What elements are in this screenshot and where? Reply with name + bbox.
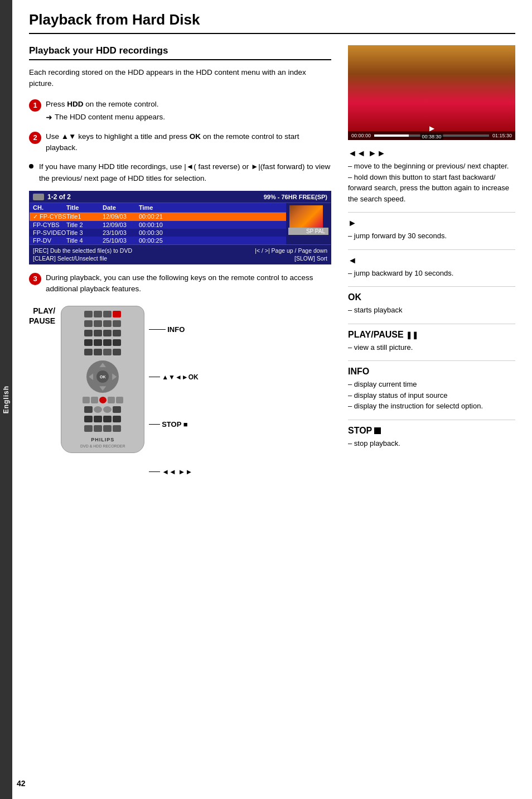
video-preview: 00:00:00 01:15:30 ▶ 00:38:30 — [348, 45, 515, 140]
key-info-desc: – display current time – display status … — [348, 379, 515, 412]
step-2: 2 Use ▲▼ keys to highlight a title and p… — [29, 131, 331, 154]
video-controls-bar: 00:00:00 01:15:30 ▶ 00:38:30 — [348, 131, 515, 140]
bullet-dot — [29, 164, 33, 169]
key-stop-title: STOP — [348, 426, 515, 436]
stop-label: STOP ■ — [149, 420, 199, 429]
sp-pal-label: SP PAL — [288, 228, 328, 235]
key-forward30-title: ► — [348, 218, 515, 228]
hdd-col-headers: CH. Title Date Time — [30, 203, 286, 213]
step-1: 1 Press HDD on the remote control. ➜ The… — [29, 99, 331, 123]
hdd-free: 99% - 76HR FREE(SP) — [264, 194, 327, 200]
arrow-icon: ➜ — [46, 112, 52, 123]
key-backward10-desc: – jump backward by 10 seconds. — [348, 268, 515, 279]
key-ok-desc: – starts playback — [348, 305, 515, 316]
video-thumbnail — [289, 205, 323, 228]
remote-labels-right: INFO ▲▼◄►OK STOP ■ ◄◄ ►► — [149, 306, 199, 495]
step3-text: During playback, you can use the followi… — [46, 272, 331, 295]
rewind-fwd-label: ◄◄ ►► — [149, 468, 199, 476]
step-number-2: 2 — [29, 132, 41, 144]
key-ok: OK – starts playback — [348, 292, 515, 316]
remote-section: PLAY/PAUSE — [29, 306, 331, 495]
hdd-table-header: 1-2 of 2 99% - 76HR FREE(SP) — [30, 191, 331, 203]
page-title: Playback from Hard Disk — [29, 11, 515, 34]
key-info-title: INFO — [348, 367, 515, 377]
play-pause-label: PLAY/PAUSE — [29, 306, 55, 326]
bullet-text: If you have many HDD title recordings, u… — [39, 161, 331, 184]
key-rewind-fwd-title: ◄◄ ►► — [348, 148, 515, 158]
time-right: 01:15:30 — [492, 133, 512, 138]
remote-image: OK — [61, 306, 144, 453]
time-left: 00:00:00 — [351, 133, 371, 138]
sidebar-label: English — [2, 386, 10, 413]
key-stop-desc: – stop playback. — [348, 438, 515, 449]
key-forward30: ► – jump forward by 30 seconds. — [348, 218, 515, 242]
col-header-date: Date — [103, 204, 139, 211]
key-backward10-title: ◄ — [348, 256, 515, 266]
step-number-3: 3 — [29, 273, 41, 285]
left-column: Playback your HDD recordings Each record… — [29, 45, 331, 495]
footer-slow: [SLOW] Sort — [294, 255, 327, 262]
col-header-ch: CH. — [33, 204, 66, 211]
key-forward30-desc: – jump forward by 30 seconds. — [348, 230, 515, 242]
key-play-pause-title: PLAY/PAUSE ❚❚ — [348, 330, 515, 340]
intro-text: Each recording stored on the HDD appears… — [29, 67, 331, 90]
page-number: 42 — [17, 779, 26, 788]
right-column: 00:00:00 01:15:30 ▶ 00:38:30 ◄◄ ►► — [348, 45, 515, 495]
table-row[interactable]: FP-SVIDEO Title 3 23/10/03 00:00:30 — [30, 229, 286, 237]
key-rewind-fwd-desc: – move to the beginning or previous/ nex… — [348, 161, 515, 204]
key-stop: STOP – stop playback. — [348, 426, 515, 449]
time-center: 00:38:30 — [420, 133, 443, 140]
table-row[interactable]: FP-DV Title 4 25/10/03 00:00:25 — [30, 237, 286, 244]
sidebar: English — [0, 0, 12, 799]
nav-label: ▲▼◄►OK — [149, 373, 199, 381]
bullet-item: If you have many HDD title recordings, u… — [29, 161, 331, 184]
step2-text: Use ▲▼ keys to highlight a title and pre… — [46, 132, 299, 152]
section-title: Playback your HDD recordings — [29, 45, 331, 60]
key-backward10: ◄ – jump backward by 10 seconds. — [348, 256, 515, 279]
key-play-pause-desc: – view a still picture. — [348, 342, 515, 353]
hdd-table: 1-2 of 2 99% - 76HR FREE(SP) CH. Title D… — [29, 191, 331, 264]
col-header-time: Time — [139, 204, 175, 211]
key-info: INFO – display current time – display st… — [348, 367, 515, 412]
brand-label: PHILIPS — [91, 437, 114, 442]
progress-fill — [374, 134, 409, 137]
step1-text: Press HDD on the remote control. — [46, 100, 159, 108]
footer-clear: [CLEAR] Select/Unselect file — [33, 255, 107, 262]
hdd-footer: [REC] Dub the selectted file(s) to DVD |… — [30, 244, 331, 264]
hdd-pages: 1-2 of 2 — [47, 193, 264, 201]
info-label: INFO — [149, 325, 199, 334]
footer-pageupdown: |< / >| Page up / Page down — [255, 247, 327, 254]
step-3: 3 During playback, you can use the follo… — [29, 272, 331, 295]
key-play-pause: PLAY/PAUSE ❚❚ – view a still picture. — [348, 330, 515, 353]
hdd-icon — [33, 194, 44, 200]
footer-dub: [REC] Dub the selectted file(s) to DVD — [33, 247, 132, 254]
step1-arrow-text: The HDD content menu appears. — [55, 112, 165, 123]
step-number-1: 1 — [29, 99, 41, 112]
table-row[interactable]: FP-CYBS Title 2 12/09/03 00:00:10 — [30, 221, 286, 229]
key-ok-title: OK — [348, 292, 515, 302]
key-rewind-fwd: ◄◄ ►► – move to the beginning or previou… — [348, 148, 515, 204]
remote-labels-left: PLAY/PAUSE — [29, 306, 55, 382]
table-row[interactable]: ✓ FP-CYBS Title1 12/09/03 00:00:21 — [30, 213, 286, 221]
col-header-title: Title — [66, 204, 103, 211]
